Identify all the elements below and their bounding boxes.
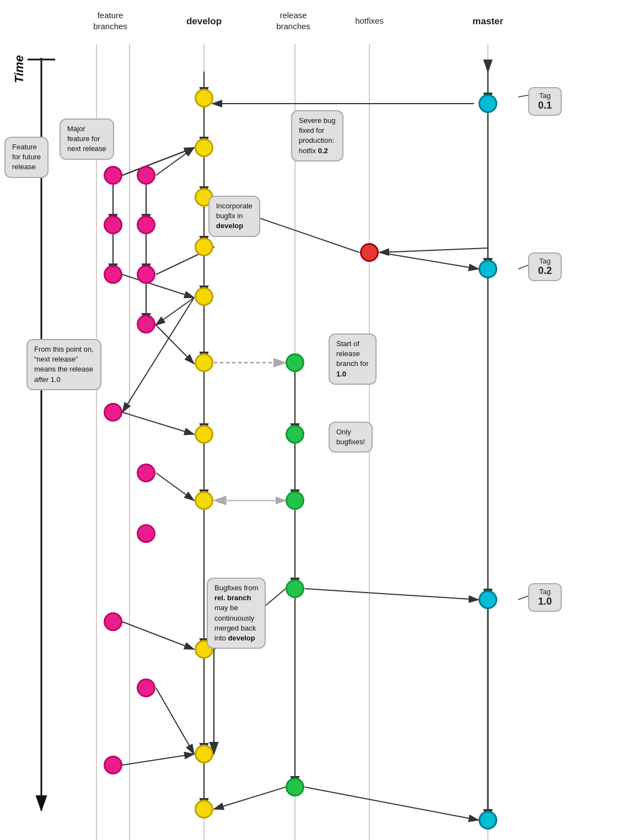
bubble-next-release: From this point on,“next release”means t… (26, 339, 101, 390)
node-feature-13 (104, 756, 122, 774)
node-develop-1 (195, 89, 213, 107)
col-header-master: master (466, 15, 510, 28)
node-feature-10 (137, 524, 155, 543)
bubble-only-bugfixes: Onlybugfixes! (329, 422, 373, 453)
node-master-4 (479, 811, 497, 830)
node-feature-6 (137, 265, 155, 284)
svg-line-53 (122, 412, 194, 434)
svg-line-66 (305, 787, 479, 820)
node-release-1 (286, 353, 304, 372)
node-develop-2 (195, 138, 213, 157)
node-feature-12 (137, 679, 155, 697)
col-header-develop: develop (182, 15, 226, 28)
time-label: Time (12, 55, 26, 83)
col-header-hotfixes: hotfixes (342, 15, 397, 26)
node-feature-5 (137, 216, 155, 234)
node-develop-8 (195, 491, 213, 510)
svg-line-51 (122, 274, 194, 298)
svg-line-67 (122, 148, 194, 175)
svg-line-46 (379, 248, 488, 252)
bubble-bugfixes-merged: Bugfixes fromrel. branchmay becontinuous… (207, 578, 266, 649)
svg-line-47 (155, 298, 194, 325)
col-header-release: releasebranches (260, 10, 326, 31)
node-release-2 (286, 425, 304, 444)
svg-line-54 (156, 473, 194, 500)
node-master-2 (479, 260, 497, 278)
node-release-4 (286, 579, 304, 598)
tag-box-02: Tag0.2 (528, 252, 562, 281)
svg-line-61 (214, 787, 286, 809)
node-develop-6 (195, 353, 213, 372)
node-feature-9 (137, 464, 155, 482)
bubble-feature-future: Featurefor futurerelease (4, 137, 49, 178)
diagram-container: Time featurebranches develop releasebran… (0, 0, 634, 840)
node-master-1 (479, 94, 497, 113)
bubble-incorporate-bugfix: Incorporatebugfix indevelop (208, 196, 260, 237)
node-develop-10 (195, 745, 213, 763)
svg-line-56 (156, 688, 194, 754)
svg-line-59 (305, 589, 479, 600)
node-feature-2 (104, 216, 122, 234)
tag-box-01: Tag0.1 (528, 87, 562, 116)
node-develop-5 (195, 287, 213, 306)
node-develop-4 (195, 238, 213, 256)
node-develop-11 (195, 800, 213, 819)
bubble-major-feature: Majorfeature fornext release (60, 119, 114, 160)
node-release-5 (286, 778, 304, 796)
svg-line-50 (122, 148, 194, 175)
svg-line-44 (379, 252, 479, 269)
svg-line-48 (122, 298, 194, 412)
bubble-start-release: Start ofreleasebranch for1.0 (329, 333, 377, 385)
node-feature-4 (137, 166, 155, 185)
node-develop-7 (195, 425, 213, 444)
svg-line-57 (122, 754, 194, 765)
node-release-3 (286, 491, 304, 510)
node-feature-1 (104, 166, 122, 185)
col-header-feature: featurebranches (77, 10, 143, 31)
svg-line-55 (122, 622, 194, 649)
node-feature-3 (104, 265, 122, 284)
node-master-3 (479, 590, 497, 609)
bubble-severe-bug: Severe bugfixed forproduction:hotfix 0.2 (291, 110, 343, 161)
tag-box-10: Tag1.0 (528, 583, 562, 612)
node-feature-8 (104, 403, 122, 422)
node-feature-11 (104, 612, 122, 631)
node-feature-7 (137, 315, 155, 333)
node-hotfix-1 (360, 243, 379, 262)
svg-line-52 (156, 325, 194, 364)
svg-line-68 (156, 148, 194, 175)
